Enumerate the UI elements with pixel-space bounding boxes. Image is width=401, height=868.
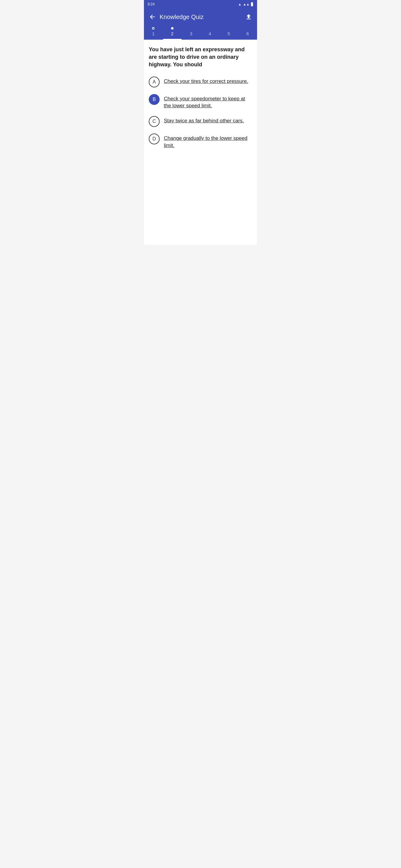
- option-circle-B: B: [149, 94, 160, 105]
- option-text-A: Check your tires for correct pressure.: [164, 76, 248, 85]
- tab-label-5: 5: [228, 31, 230, 36]
- option-text-D: Change gradually to the lower speed limi…: [164, 133, 252, 149]
- tab-label-3: 3: [190, 31, 192, 36]
- status-bar: 9:24 ▲ ▲▲ ▊: [144, 0, 257, 8]
- option-B[interactable]: BCheck your speedometer to keep at the l…: [149, 93, 252, 110]
- battery-icon: ▊: [251, 2, 254, 6]
- back-button[interactable]: [146, 11, 159, 23]
- option-A[interactable]: ACheck your tires for correct pressure.: [149, 76, 252, 87]
- option-circle-C: C: [149, 116, 160, 127]
- tab-label-1: 1: [152, 31, 154, 36]
- status-time: 9:24: [147, 2, 154, 6]
- upload-button[interactable]: [242, 11, 255, 23]
- status-icons: ▲ ▲▲ ▊: [238, 2, 254, 6]
- tab-dot-2: [171, 27, 173, 30]
- tab-label-6: 6: [247, 31, 249, 36]
- tab-label-2: 2: [171, 31, 173, 36]
- tab-item-4[interactable]: 4: [201, 25, 220, 39]
- option-D[interactable]: DChange gradually to the lower speed lim…: [149, 133, 252, 149]
- option-circle-A: A: [149, 76, 160, 87]
- app-bar: Knowledge Quiz: [144, 8, 257, 25]
- tab-dot-1: [152, 27, 154, 30]
- signal-icon: ▲▲: [243, 2, 250, 6]
- page-title: Knowledge Quiz: [160, 13, 242, 21]
- tab-item-2[interactable]: 2: [163, 25, 182, 39]
- option-C[interactable]: CStay twice as far behind other cars.: [149, 116, 252, 127]
- tab-item-3[interactable]: 3: [182, 25, 201, 39]
- option-text-C: Stay twice as far behind other cars.: [164, 116, 244, 124]
- wifi-icon: ▲: [238, 2, 241, 6]
- option-text-B: Check your speedometer to keep at the lo…: [164, 93, 252, 110]
- question-text: You have just left an expressway and are…: [149, 46, 252, 69]
- tab-label-4: 4: [209, 31, 211, 36]
- tab-item-6[interactable]: 6: [238, 25, 257, 39]
- content-area: You have just left an expressway and are…: [144, 40, 257, 245]
- tab-bar: 123456: [144, 25, 257, 40]
- tab-item-5[interactable]: 5: [219, 25, 238, 39]
- option-circle-D: D: [149, 133, 160, 144]
- tab-item-1[interactable]: 1: [144, 25, 163, 39]
